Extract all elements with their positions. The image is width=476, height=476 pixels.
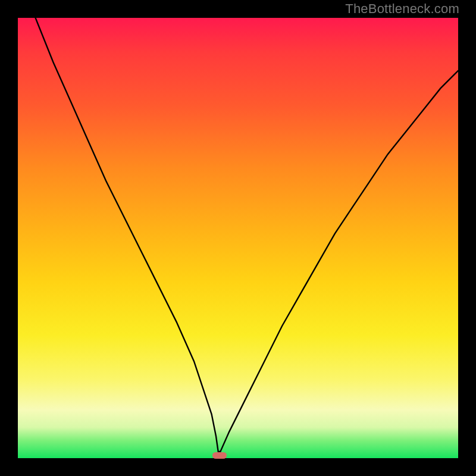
curve-svg: [18, 18, 458, 458]
bottleneck-curve-path: [18, 18, 458, 452]
minimum-marker: [212, 452, 227, 458]
plot-area: [18, 18, 458, 458]
watermark-text: TheBottleneck.com: [345, 1, 459, 17]
chart-frame: TheBottleneck.com: [0, 0, 476, 476]
